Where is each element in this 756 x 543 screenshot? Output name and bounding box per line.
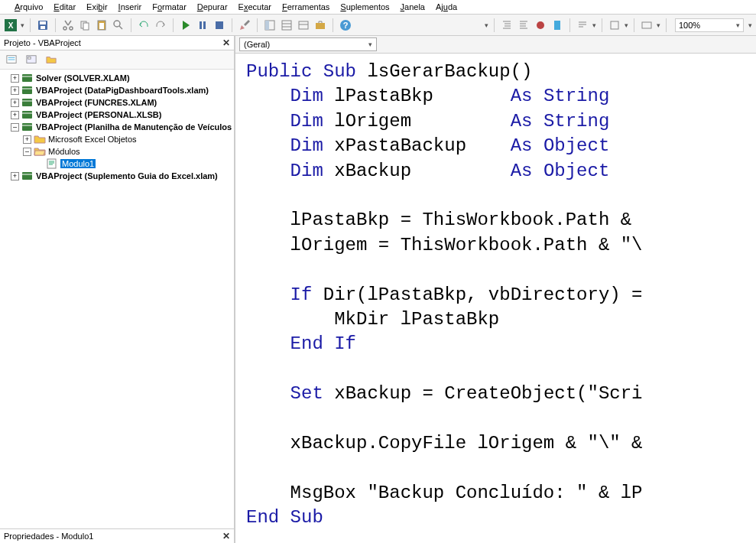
object-combo-value: (Geral): [244, 40, 270, 49]
cut-icon[interactable]: [61, 18, 75, 32]
svg-rect-32: [22, 99, 32, 106]
tree-item-planilha[interactable]: – VBAProject (Planilha de Manutenção de …: [2, 121, 232, 133]
view-object-icon[interactable]: [24, 53, 39, 67]
paste-icon[interactable]: [95, 18, 109, 32]
vba-project-icon: [21, 109, 34, 120]
left-panel: Projeto - VBAProject ✕ + Solver (SOLVER.…: [0, 36, 235, 543]
tree-label: VBAProject (Planilha de Manutenção de Ve…: [36, 122, 232, 132]
close-icon[interactable]: ✕: [222, 531, 230, 541]
tree-label: Solver (SOLVER.XLAM): [36, 73, 130, 83]
menu-formatar[interactable]: Formatar: [152, 2, 187, 11]
svg-rect-19: [299, 21, 308, 29]
tree-item-personal[interactable]: + VBAProject (PERSONAL.XLSB): [2, 109, 232, 121]
svg-rect-13: [200, 21, 202, 29]
zoom-combo[interactable]: 100% ▾: [675, 18, 744, 32]
menu-inserir[interactable]: Inserir: [118, 2, 142, 11]
uncomment-icon[interactable]: [608, 18, 621, 32]
svg-rect-29: [28, 57, 31, 60]
excel-icon[interactable]: X: [4, 18, 18, 32]
expand-icon[interactable]: +: [11, 86, 19, 95]
menu-ferramentas[interactable]: Ferramentas: [282, 2, 329, 11]
expand-icon[interactable]: +: [11, 111, 19, 119]
tree-item-solver[interactable]: + Solver (SOLVER.XLAM): [2, 72, 232, 84]
code-panel: (Geral) ▾ Public Sub lsGerarBackup() Dim…: [235, 36, 756, 543]
code-editor[interactable]: Public Sub lsGerarBackup() Dim lPastaBkp…: [235, 54, 756, 543]
properties-panel-title: Propriedades - Modulo1 ✕: [0, 529, 234, 543]
menu-suplementos[interactable]: Suplementos: [340, 2, 389, 11]
save-icon[interactable]: [36, 18, 50, 32]
object-browser-icon[interactable]: [297, 18, 310, 32]
watch-icon[interactable]: [640, 18, 654, 32]
svg-rect-36: [22, 172, 32, 180]
project-panel-title: Projeto - VBAProject ✕: [0, 36, 234, 50]
breakpoint-icon[interactable]: [534, 18, 547, 32]
svg-rect-17: [265, 21, 269, 30]
expand-icon[interactable]: +: [11, 99, 19, 107]
indent-icon[interactable]: [500, 18, 514, 32]
folder-open-icon: [34, 146, 46, 157]
tree-item-modulo1[interactable]: Modulo1: [2, 158, 232, 170]
expand-icon[interactable]: +: [23, 135, 31, 144]
collapse-icon[interactable]: –: [23, 148, 31, 156]
copy-icon[interactable]: [78, 18, 92, 32]
menu-executar[interactable]: Executar: [238, 2, 271, 11]
folder-icon: [34, 134, 46, 145]
code-header: (Geral) ▾: [235, 36, 756, 54]
tree-item-datapig[interactable]: + VBAProject (DataPigDashboardTools.xlam…: [2, 84, 232, 96]
bookmark-icon[interactable]: [550, 18, 564, 32]
tree-item-excel-objetos[interactable]: + Microsoft Excel Objetos: [2, 133, 232, 145]
tree-label: Módulos: [48, 147, 80, 156]
properties-icon[interactable]: [280, 18, 294, 32]
stop-icon[interactable]: [213, 18, 226, 32]
outdent-icon[interactable]: [517, 18, 530, 32]
menu-janela[interactable]: Janela: [401, 2, 425, 11]
toolbox-icon[interactable]: [313, 18, 327, 32]
undo-icon[interactable]: [137, 18, 151, 32]
tree-item-modulos[interactable]: – Módulos: [2, 145, 232, 158]
svg-rect-31: [22, 86, 32, 94]
svg-point-7: [70, 27, 73, 30]
redo-icon[interactable]: [154, 18, 167, 32]
tree-label: VBAProject (Suplemento Guia do Excel.xla…: [36, 171, 218, 180]
view-code-icon[interactable]: [4, 53, 19, 67]
vba-project-icon: [21, 97, 34, 108]
svg-text:X: X: [8, 21, 14, 30]
svg-rect-11: [99, 23, 104, 29]
svg-rect-30: [22, 74, 32, 82]
svg-rect-25: [611, 21, 618, 29]
help-icon[interactable]: ?: [339, 18, 352, 32]
svg-point-12: [114, 21, 120, 27]
svg-rect-26: [642, 22, 651, 28]
svg-text:?: ?: [343, 21, 349, 30]
menu-depurar[interactable]: Depurar: [197, 2, 228, 11]
svg-rect-9: [83, 23, 89, 30]
expand-icon[interactable]: +: [11, 172, 19, 180]
project-tree: + Solver (SOLVER.XLAM) + VBAProject (Dat…: [0, 70, 234, 528]
menu-editar[interactable]: Editar: [54, 2, 76, 11]
tree-item-funcres[interactable]: + VBAProject (FUNCRES.XLAM): [2, 96, 232, 109]
svg-rect-24: [554, 21, 560, 30]
close-icon[interactable]: ✕: [222, 37, 230, 48]
menu-exibir[interactable]: Exibir: [86, 2, 108, 11]
comment-icon[interactable]: [576, 18, 589, 32]
module-icon: [46, 158, 58, 169]
expand-icon[interactable]: +: [11, 74, 19, 83]
design-mode-icon[interactable]: [238, 18, 251, 32]
menu-ajuda[interactable]: Ajuda: [436, 2, 457, 11]
collapse-icon[interactable]: –: [11, 123, 19, 132]
vba-project-icon: [21, 122, 34, 132]
zoom-value: 100%: [679, 21, 700, 30]
find-icon[interactable]: [112, 18, 125, 32]
svg-rect-35: [47, 159, 56, 168]
tree-item-suplemento[interactable]: + VBAProject (Suplemento Guia do Excel.x…: [2, 170, 232, 182]
run-icon[interactable]: [179, 18, 193, 32]
object-combo[interactable]: (Geral) ▾: [239, 37, 377, 51]
pause-icon[interactable]: [196, 18, 209, 32]
tree-label: VBAProject (PERSONAL.XLSB): [36, 110, 161, 119]
project-explorer-icon[interactable]: [263, 18, 277, 32]
svg-rect-4: [40, 21, 46, 24]
menu-arquivo[interactable]: AArquivorquivo: [15, 2, 43, 11]
svg-rect-14: [203, 21, 206, 29]
toggle-folders-icon[interactable]: [44, 53, 59, 67]
project-toolbar: [0, 50, 234, 70]
